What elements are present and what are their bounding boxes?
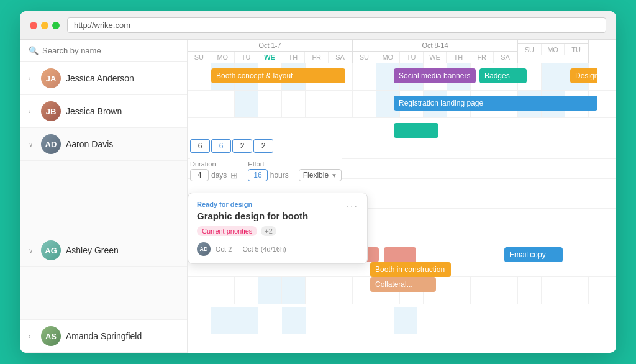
browser-dots [30, 22, 60, 29]
bar-collateral-label: Collateral... [375, 280, 413, 289]
popup-tags: Current priorities +2 [197, 226, 358, 236]
person-name-jessica-brown: Jessica Brown [66, 106, 122, 116]
day-th: TH [281, 52, 305, 63]
minimize-dot[interactable] [41, 22, 48, 29]
bar-booth-concept[interactable]: Booth concept & layout [211, 68, 345, 83]
cell-a1 [188, 277, 211, 304]
cell-a2 [211, 277, 235, 304]
chevron-right-icon: › [29, 333, 36, 340]
search-box[interactable]: 🔍 [20, 40, 187, 62]
cell-a12 [447, 277, 471, 304]
cell-2-6 [306, 91, 329, 117]
week-label-3 [518, 40, 588, 44]
cell-2-5 [282, 91, 306, 117]
sidebar-item-jessica-brown[interactable]: › JB Jessica Brown [20, 95, 187, 128]
day-tu: TU [235, 52, 258, 63]
days-row-3: SU MO TU [518, 44, 588, 55]
bar-registration-label: Registration landing page [399, 99, 483, 107]
browser-bar: http://wrike.com [20, 11, 616, 40]
popup-avatar: AD [197, 242, 211, 256]
cell-2-4 [258, 91, 282, 117]
person-name-jessica-anderson: Jessica Anderson [66, 73, 134, 83]
day-sa: SA [329, 52, 352, 63]
avatar-amanda-springfield: AS [41, 326, 61, 346]
bar-ashley-pink2[interactable] [384, 247, 416, 262]
bar-social-media-label: Social media banners [399, 71, 470, 80]
person-name-ashley-green: Ashley Green [66, 245, 119, 255]
cell-4-all [188, 140, 616, 158]
days-row-2: SU MO TU WE TH FR SA [353, 52, 517, 63]
cell-2-8 [353, 91, 376, 117]
week-label-2: Oct 8-14 [353, 40, 517, 52]
cell-2-7 [329, 91, 353, 117]
chevron-right-icon: › [29, 75, 36, 82]
avatar-jessica-brown: JB [41, 101, 61, 121]
tag-current-priorities[interactable]: Current priorities [197, 226, 257, 236]
browser-url-bar[interactable]: http://wrike.com [67, 17, 606, 33]
popup-status: Ready for design [197, 201, 358, 208]
sidebar-item-jessica-anderson[interactable]: › JA Jessica Anderson [20, 62, 187, 95]
week-group-2: Oct 8-14 SU MO TU WE TH FR SA [353, 40, 518, 63]
aaron-expanded-content [20, 161, 187, 234]
cell-5-all [188, 159, 616, 178]
sidebar-item-ashley-green[interactable]: ∨ AG Ashley Green [20, 234, 187, 267]
cell-a17 [565, 277, 589, 304]
bar-design[interactable]: Design [570, 68, 597, 83]
bar-registration[interactable]: Registration landing page [394, 96, 597, 111]
avatar-jessica-anderson: JA [41, 68, 61, 88]
popup-meta-date: Oct 2 — Oct 5 (4d/16h) [216, 245, 286, 253]
days-row-1: SU MO TU WE TH FR SA [188, 52, 352, 63]
popup-meta: AD Oct 2 — Oct 5 (4d/16h) [197, 242, 358, 256]
day-su2: SU [353, 52, 376, 63]
day-fr2: FR [470, 52, 494, 63]
week-label-1: Oct 1-7 [188, 40, 352, 52]
cell-a15 [518, 277, 542, 304]
ashley-expanded-content [20, 267, 187, 320]
gantt-row-5 [188, 159, 616, 179]
person-name-amanda-springfield: Amanda Springfield [66, 331, 142, 341]
day-mo2: MO [376, 52, 400, 63]
maximize-dot[interactable] [52, 22, 60, 29]
day-we2: WE [424, 52, 447, 63]
popup-menu-icon[interactable]: ··· [347, 201, 358, 212]
chevron-down-icon: ∨ [29, 247, 36, 254]
search-icon: 🔍 [29, 46, 39, 55]
bar-email-copy[interactable]: Email copy [504, 247, 563, 262]
week-group-1: Oct 1-7 SU MO TU WE TH FR SA [188, 40, 353, 63]
day-mo: MO [211, 52, 235, 63]
bar-social-media[interactable]: Social media banners [394, 68, 476, 83]
week-group-3: SU MO TU [518, 40, 589, 63]
popup-card: ··· Ready for design Graphic design for … [188, 193, 368, 264]
popup-title[interactable]: Graphic design for booth [197, 211, 358, 221]
chevron-down-icon: ∨ [29, 141, 36, 148]
day-we: WE [258, 52, 282, 63]
cell-a7 [329, 277, 353, 304]
day-su3: SU [518, 44, 542, 55]
gantt-row-4 [188, 140, 616, 159]
bar-badges[interactable]: Badges [479, 68, 527, 83]
close-dot[interactable] [30, 22, 37, 29]
avatar-aaron-davis: AD [41, 134, 61, 154]
sidebar-item-aaron-davis[interactable]: ∨ AD Aaron Davis [20, 128, 187, 161]
app-body: 🔍 › JA Jessica Anderson › JB Jessica Bro… [20, 40, 616, 353]
bar-booth-concept-label: Booth concept & layout [216, 71, 293, 80]
cell-1-16 [542, 63, 565, 90]
bar-badges-label: Badges [484, 71, 510, 80]
day-sa2: SA [494, 52, 517, 63]
sidebar-item-amanda-springfield[interactable]: › AS Amanda Springfield [20, 320, 187, 353]
avatar-ashley-green: AG [41, 240, 61, 260]
search-input[interactable] [42, 46, 178, 55]
day-mo3: MO [542, 44, 565, 55]
day-su: SU [188, 52, 211, 63]
cell-a4 [258, 277, 282, 304]
day-th2: TH [447, 52, 470, 63]
cell-2-3 [235, 91, 258, 117]
cell-a16 [542, 277, 565, 304]
bar-booth-construction[interactable]: Booth in construction [370, 262, 451, 277]
bar-collateral[interactable]: Collateral... [370, 277, 436, 292]
cell-2-1 [188, 91, 211, 117]
bar-teal[interactable] [394, 123, 438, 138]
bar-booth-construction-label: Booth in construction [375, 265, 445, 274]
bar-email-copy-label: Email copy [509, 250, 546, 259]
tag-more[interactable]: +2 [261, 226, 276, 236]
